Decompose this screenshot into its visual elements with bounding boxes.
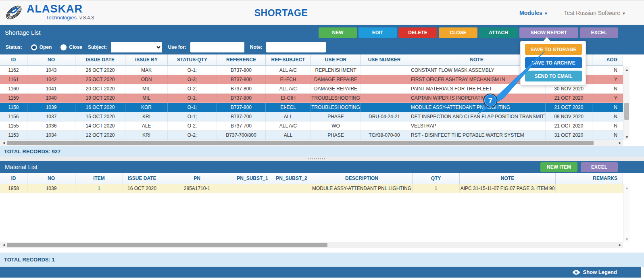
shortage-row[interactable]: 1159104019 OCT 2020MILO-1;B737-800EI-GIH… [0, 94, 623, 103]
shortage-row[interactable]: 1160104120 OCT 2020MILO-2;B737-800ALL A/… [0, 84, 623, 94]
excel-button[interactable]: EXCEL [580, 27, 618, 38]
material-h-scrollbar-thumb[interactable] [7, 243, 327, 247]
cell: 25 OCT 2020 [75, 75, 125, 84]
col-header: ITEM [75, 173, 123, 184]
cell: O-2; [168, 131, 217, 140]
scroll-right-arrow-icon[interactable]: ► [618, 242, 622, 248]
scroll-right-arrow-icon[interactable]: ► [618, 140, 622, 146]
status-close-radio[interactable] [60, 44, 67, 50]
cell: 1037 [27, 112, 75, 121]
cell: O-2; [168, 84, 217, 94]
cell: ALL A/C [266, 121, 311, 131]
app-version: v 8.4.3 [79, 15, 94, 21]
cell: 1156 [0, 112, 27, 121]
modules-menu[interactable]: Modules▼ [519, 10, 548, 16]
show-legend-toggle[interactable]: Show Legend [572, 269, 617, 275]
cell: O-1; [168, 112, 217, 121]
scroll-left-arrow-icon[interactable]: ◄ [2, 242, 6, 248]
alaskar-swirl-icon [4, 3, 25, 22]
new-item-button[interactable]: NEW ITEM [540, 162, 577, 172]
cell: 16 OCT 2020 [75, 103, 125, 112]
cell: 19 OCT 2020 [75, 94, 125, 103]
note-input[interactable] [266, 42, 326, 52]
cell: O-2; [168, 121, 217, 131]
use-for-input[interactable] [190, 42, 244, 52]
shortage-total-bar: TOTAL RECORDS: 927 [0, 146, 644, 157]
shortage-row[interactable]: 1153103412 OCT 2020KRIO-2;B737-700/800AL… [0, 131, 623, 140]
cell: 20 OCT 2020 [75, 84, 125, 94]
cell: TROUBLESHOOTING [311, 103, 361, 112]
cell: 12 OCT 2020 [75, 131, 125, 140]
col-header: PN_SUBST_2 [272, 173, 311, 184]
material-v-scrollbar[interactable]: ▲ ▼ [623, 184, 629, 242]
shortage-row[interactable]: 1156103715 OCT 2020KRIO-1;B737-700ALLPHA… [0, 112, 623, 121]
material-h-scrollbar[interactable]: ◄ ► [0, 242, 623, 248]
scroll-left-arrow-icon[interactable]: ◄ [2, 140, 6, 146]
new-button[interactable]: NEW [319, 27, 357, 38]
shortage-row-selected[interactable]: 1158103916 OCT 2020KORO-1;B737-800EI-ECL… [0, 103, 623, 112]
cell [361, 103, 408, 112]
shortage-v-scrollbar[interactable]: ▲ ▼ [623, 66, 629, 140]
cell: RST - DISINFECT THE POTABLE WATER SYSTEM [408, 131, 546, 140]
edit-button[interactable]: EDIT [358, 27, 397, 38]
scroll-up-arrow-icon[interactable]: ▲ [625, 68, 629, 72]
cell: N [592, 131, 623, 140]
delete-button[interactable]: DELETE [398, 27, 437, 38]
cell: N [592, 66, 623, 75]
chevron-down-icon: ▼ [622, 11, 626, 16]
send-to-email-button[interactable]: SEND TO EMAIL [525, 71, 582, 81]
subject-label: Subject: [88, 44, 107, 50]
shortage-h-scrollbar-thumb[interactable] [7, 141, 594, 145]
save-to-archive-button[interactable]: SAVE TO ARCHIVE [525, 57, 582, 68]
cell: O-1; [168, 66, 217, 75]
cell [233, 184, 272, 193]
col-header: ID [0, 173, 27, 184]
cell: DET INSPECTION AND CLEAN FLAP POSITION T… [408, 112, 546, 121]
splitter-drag-handle[interactable] [307, 158, 326, 160]
material-row[interactable]: 19581039116 OCT 2020285A1710-1MODULE ASS… [0, 184, 623, 193]
shortage-h-scrollbar[interactable]: ◄ ► [0, 140, 623, 146]
col-header: ISSUE DATE [75, 54, 125, 65]
subject-select[interactable] [111, 42, 162, 52]
material-excel-button[interactable]: EXCEL [581, 162, 618, 172]
col-header: USE FOR [311, 54, 361, 65]
shortage-v-scrollbar-thumb[interactable] [624, 103, 629, 120]
status-open-radio[interactable] [31, 44, 37, 50]
save-to-storage-button[interactable]: SAVE TO STORAGE [525, 44, 582, 55]
shortage-row[interactable]: 1155103614 OCT 2020ALEO-2;B737-700ALL A/… [0, 121, 623, 131]
cell: B737-700 [217, 121, 266, 131]
col-header: ISSUE BY [125, 54, 168, 65]
cell: 1 [75, 184, 123, 193]
cell: KOR [125, 103, 168, 112]
attach-button[interactable]: ATTACH [479, 27, 518, 38]
cell: VELSTRAP [408, 121, 546, 131]
material-panel-title: Material List [5, 163, 38, 170]
cell: ALL A/C [266, 66, 311, 75]
cell: O-1; [168, 103, 217, 112]
cell: B737-800 [217, 94, 266, 103]
cell: 1043 [27, 66, 75, 75]
cell: CAPTAIN WIPER IS INOPERATIVE [408, 94, 546, 103]
scroll-up-arrow-icon[interactable]: ▲ [625, 186, 629, 190]
cell: MAK [125, 66, 168, 75]
cell: EI-GIH [266, 94, 311, 103]
close-button[interactable]: CLOSE [439, 27, 477, 38]
col-header: REF-SUBJECT [266, 54, 311, 65]
cell: Y [592, 94, 623, 103]
cell: B737-800 [217, 84, 266, 94]
show-report-button[interactable]: SHOW REPORT [519, 27, 578, 38]
user-menu[interactable]: Test Russian Software▼ [564, 10, 626, 16]
cell: 1039 [27, 103, 75, 112]
material-total-records: TOTAL RECORDS: 1 [4, 257, 55, 263]
cell: 1036 [27, 121, 75, 131]
note-label: Note: [250, 44, 263, 50]
cell: 1040 [27, 94, 75, 103]
col-header: QTY [413, 173, 460, 184]
cell: 1039 [27, 184, 75, 193]
cell: MIL [125, 84, 168, 94]
scroll-down-arrow-icon[interactable]: ▼ [625, 135, 629, 139]
brand-text: ALASKAR Technologies v 8.4.3 [27, 3, 94, 21]
scroll-down-arrow-icon[interactable]: ▼ [625, 237, 629, 241]
cell: B737-700/800 [217, 131, 266, 140]
cell: ALE [125, 121, 168, 131]
